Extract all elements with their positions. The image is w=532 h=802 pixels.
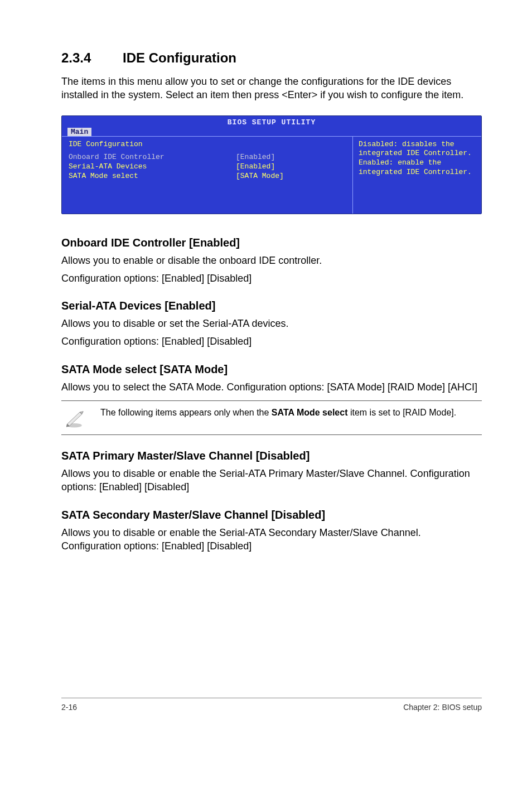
- page-footer: 2-16 Chapter 2: BIOS setup: [61, 698, 482, 712]
- footer-chapter: Chapter 2: BIOS setup: [403, 703, 482, 712]
- bios-help-text: Disabled: disables the integrated IDE Co…: [359, 140, 472, 177]
- subsection-text: Configuration options: [Enabled] [Disabl…: [61, 335, 482, 348]
- section-title: IDE Configuration: [123, 50, 236, 65]
- section-number: 2.3.4: [61, 50, 123, 66]
- bios-panel-title: IDE Configuration: [69, 140, 143, 148]
- bios-row: SATA Mode select [SATA Mode]: [69, 172, 346, 180]
- footer-page-number: 2-16: [61, 703, 77, 712]
- bios-row-value: [SATA Mode]: [236, 172, 284, 180]
- bios-title: BIOS SETUP UTILITY: [62, 116, 481, 128]
- subsection-text: Allows you to enable or disable the onbo…: [61, 254, 482, 267]
- note-icon: [61, 407, 87, 429]
- note-post: item is set to [RAID Mode].: [347, 408, 456, 417]
- bios-help-panel: Disabled: disables the integrated IDE Co…: [352, 137, 481, 214]
- bios-row-label: Onboard IDE Controller: [69, 153, 236, 161]
- subsection-heading: SATA Mode select [SATA Mode]: [61, 363, 482, 376]
- subsection-heading: Onboard IDE Controller [Enabled]: [61, 236, 482, 249]
- note-box: The following items appears only when th…: [61, 400, 482, 435]
- section-heading: 2.3.4IDE Configuration: [61, 50, 482, 66]
- subsection-heading: SATA Secondary Master/Slave Channel [Dis…: [61, 509, 482, 521]
- bios-tab-main: Main: [67, 128, 91, 136]
- bios-row-label: Serial-ATA Devices: [69, 162, 236, 171]
- bios-row: Serial-ATA Devices [Enabled]: [69, 162, 346, 171]
- bios-screenshot: BIOS SETUP UTILITY Main IDE Configuratio…: [61, 115, 482, 214]
- subsection-heading: SATA Primary Master/Slave Channel [Disab…: [61, 450, 482, 462]
- intro-paragraph: The items in this menu allow you to set …: [61, 75, 482, 102]
- subsection-text: Allows you to disable or enable the Seri…: [61, 526, 482, 553]
- bios-row-value: [Enabled]: [236, 162, 275, 171]
- bios-row: Onboard IDE Controller [Enabled]: [69, 153, 346, 161]
- subsection-text: Allows you to disable or set the Serial-…: [61, 317, 482, 330]
- bios-row-value: [Enabled]: [236, 153, 275, 161]
- note-bold: SATA Mode select: [272, 408, 348, 417]
- bios-left-panel: IDE Configuration Onboard IDE Controller…: [62, 137, 352, 214]
- subsection-text: Configuration options: [Enabled] [Disabl…: [61, 272, 482, 285]
- bios-row-label: SATA Mode select: [69, 172, 236, 180]
- note-text: The following items appears only when th…: [100, 407, 456, 419]
- subsection-text: Allows you to disable or enable the Seri…: [61, 467, 482, 494]
- note-pre: The following items appears only when th…: [100, 408, 272, 417]
- subsection-heading: Serial-ATA Devices [Enabled]: [61, 299, 482, 312]
- subsection-text: Allows you to select the SATA Mode. Conf…: [61, 380, 482, 394]
